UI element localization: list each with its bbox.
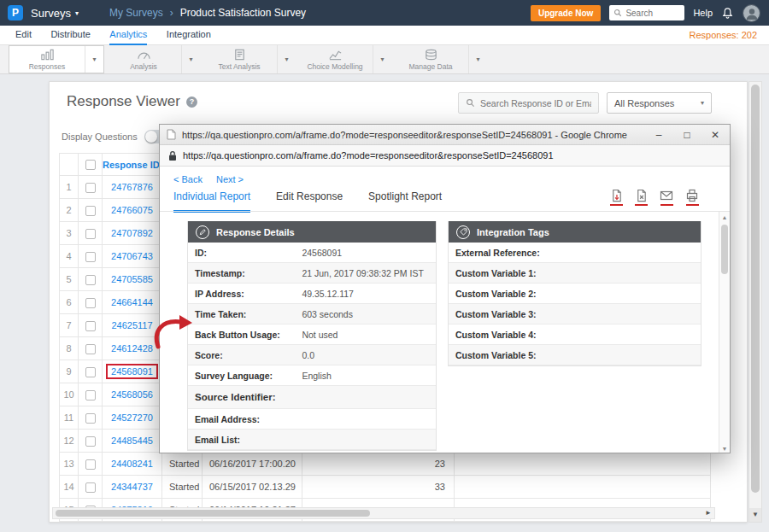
row-checkbox[interactable]: [85, 482, 96, 493]
analysis-dropdown[interactable]: ▾: [181, 45, 200, 73]
menu-item-edit[interactable]: Edit: [15, 26, 32, 45]
notifications-bell-icon[interactable]: [721, 7, 734, 20]
toolbar-group-manage-data[interactable]: Manage Data ▾: [393, 45, 487, 73]
minimize-button[interactable]: –: [648, 129, 670, 141]
toolbar-group-choice-modelling[interactable]: Choice Modelling ▾: [297, 45, 391, 73]
response-id-header[interactable]: Response ID ▲: [103, 154, 162, 176]
checkbox-cell: [79, 291, 103, 314]
detail-label: Source Identifier:: [188, 392, 436, 402]
menu-item-distribute[interactable]: Distribute: [50, 26, 90, 45]
global-search-input[interactable]: [625, 9, 678, 18]
response-id-cell: 24705585: [103, 268, 162, 291]
response-id-link[interactable]: 24706743: [111, 251, 153, 261]
breadcrumb-my-surveys[interactable]: My Surveys: [109, 7, 163, 19]
response-id-link[interactable]: 24707892: [111, 228, 153, 238]
scroll-right-icon[interactable]: ►: [705, 508, 712, 518]
detail-row: Back Button Usage: Not used: [188, 324, 436, 345]
responses-filter-dropdown[interactable]: All Responses ▾: [607, 92, 712, 114]
response-search[interactable]: [458, 92, 599, 114]
response-id-link[interactable]: 24568091: [106, 364, 158, 379]
vertical-scrollbar-thumb[interactable]: [751, 85, 760, 493]
tab-individual-report[interactable]: Individual Report: [173, 185, 250, 213]
table-row: 14 24344737 Started 06/15/2017 02.13.29 …: [60, 476, 711, 499]
row-checkbox[interactable]: [85, 229, 96, 239]
response-id-link[interactable]: 24767876: [111, 182, 153, 192]
manage-data-dropdown[interactable]: ▾: [468, 45, 487, 73]
row-checkbox[interactable]: [85, 390, 96, 400]
global-search[interactable]: [609, 5, 684, 20]
row-checkbox[interactable]: [85, 298, 96, 308]
response-id-link[interactable]: 24568056: [111, 389, 153, 400]
response-id-link[interactable]: 24612428: [111, 343, 153, 354]
close-button[interactable]: ✕: [704, 129, 726, 141]
row-checkbox[interactable]: [85, 344, 96, 354]
detail-label: Time Taken:: [188, 309, 302, 319]
print-report-button[interactable]: [685, 189, 699, 206]
response-id-link[interactable]: 24485445: [111, 436, 153, 446]
responses-dropdown[interactable]: ▾: [85, 46, 103, 73]
toolbar-label-choice-modelling: Choice Modelling: [307, 62, 362, 71]
detail-label: Custom Variable 3:: [449, 309, 565, 319]
row-checkbox[interactable]: [85, 183, 96, 193]
toolbar-group-analysis[interactable]: Analysis ▾: [106, 45, 200, 73]
detail-label: Custom Variable 5:: [449, 350, 565, 360]
response-id-link[interactable]: 24527270: [111, 412, 153, 423]
maximize-button[interactable]: □: [676, 129, 698, 141]
upgrade-now-button[interactable]: Upgrade Now: [531, 5, 601, 21]
menu-item-analytics[interactable]: Analytics: [109, 26, 147, 45]
text-analysis-dropdown[interactable]: ▾: [277, 45, 296, 73]
popup-scrollbar[interactable]: ▲ ▼: [719, 212, 730, 453]
horizontal-scrollbar-thumb[interactable]: [56, 510, 370, 517]
questionpro-logo[interactable]: P: [8, 5, 23, 20]
detail-label: External Reference:: [449, 248, 565, 258]
scroll-up-icon[interactable]: ▲: [719, 212, 730, 223]
response-id-link[interactable]: 24664144: [111, 297, 153, 307]
next-link[interactable]: Next >: [216, 174, 244, 184]
scroll-down-icon[interactable]: ▼: [719, 446, 730, 452]
response-id-cell: 24344737: [103, 476, 162, 499]
response-id-link[interactable]: 24344737: [111, 482, 153, 492]
email-report-button[interactable]: [660, 189, 673, 206]
help-link[interactable]: Help: [693, 8, 713, 18]
scroll-down-icon[interactable]: ▼: [749, 508, 761, 522]
row-checkbox[interactable]: [85, 275, 96, 285]
horizontal-scrollbar[interactable]: ►: [52, 507, 715, 519]
choice-modelling-dropdown[interactable]: ▾: [373, 45, 391, 73]
row-index: 14: [60, 476, 79, 499]
page-title-row: Response Viewer ?: [67, 93, 197, 110]
row-checkbox[interactable]: [85, 206, 96, 216]
response-id-cell: 24625117: [103, 314, 162, 337]
avatar[interactable]: [743, 4, 760, 22]
tab-spotlight-report[interactable]: Spotlight Report: [368, 185, 442, 213]
download-pdf-button[interactable]: [610, 189, 623, 206]
responses-icon: [40, 49, 55, 61]
response-id-link[interactable]: 24705585: [111, 274, 153, 284]
response-id-link[interactable]: 24625117: [111, 320, 152, 330]
detail-row: Survey Language: English: [188, 365, 436, 386]
response-id-link[interactable]: 24408241: [111, 459, 153, 469]
help-icon[interactable]: ?: [186, 96, 197, 108]
menu-item-integration[interactable]: Integration: [167, 26, 211, 45]
popup-titlebar[interactable]: https://qa.questionpro.com/a/frame.do?mo…: [160, 125, 730, 145]
row-checkbox[interactable]: [85, 413, 96, 424]
row-checkbox[interactable]: [85, 459, 96, 470]
search-icon: [466, 98, 475, 108]
tab-edit-response[interactable]: Edit Response: [276, 185, 343, 213]
product-menu-surveys[interactable]: Surveys ▾: [31, 7, 79, 20]
toolbar-group-text-analysis[interactable]: Text Analysis ▾: [202, 45, 296, 73]
responses-count[interactable]: Responses: 202: [690, 26, 758, 45]
popup-scrollbar-thumb[interactable]: [721, 225, 728, 274]
popup-address-bar[interactable]: https://qa.questionpro.com/a/frame.do?mo…: [160, 145, 730, 167]
select-all-checkbox[interactable]: [85, 160, 96, 170]
row-checkbox[interactable]: [85, 436, 96, 447]
row-checkbox[interactable]: [85, 367, 96, 377]
response-search-input[interactable]: [480, 98, 591, 108]
index-header: [60, 154, 79, 176]
export-document-button[interactable]: [635, 189, 648, 206]
back-link[interactable]: < Back: [173, 174, 203, 184]
toolbar-group-responses[interactable]: Responses ▾: [9, 45, 104, 73]
vertical-scrollbar[interactable]: ▼: [748, 81, 762, 523]
response-id-link[interactable]: 24766075: [111, 205, 153, 215]
row-checkbox[interactable]: [85, 252, 96, 262]
row-checkbox[interactable]: [85, 321, 96, 331]
